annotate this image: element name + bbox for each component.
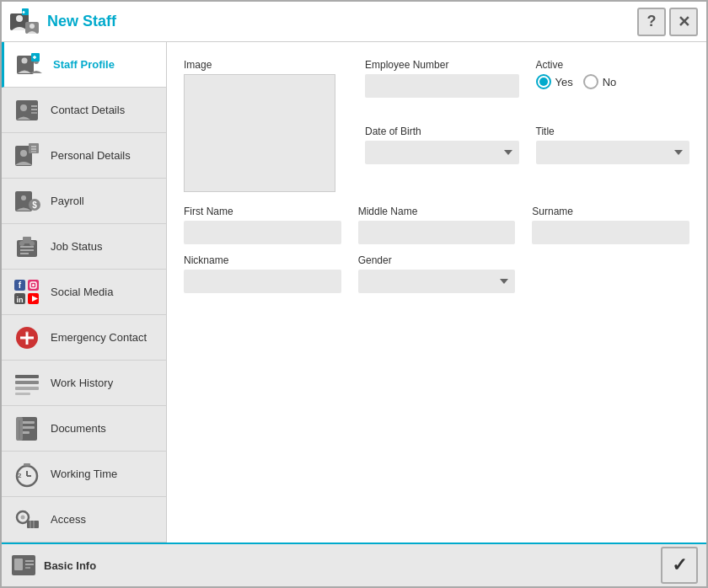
close-button[interactable]: ✕ [669, 8, 698, 36]
gender-select[interactable] [358, 270, 516, 293]
sidebar-item-contact-details[interactable]: Contact Details [2, 88, 166, 133]
svg-point-25 [21, 195, 26, 200]
middle-name-input[interactable] [358, 221, 516, 244]
active-radio-group: Yes No [536, 74, 690, 89]
dob-label: Date of Birth [365, 126, 519, 137]
svg-rect-61 [24, 463, 30, 466]
window-title: New Staff [47, 13, 634, 30]
emergency-contact-icon [12, 323, 42, 353]
title-bar: New Staff ? ✕ [2, 2, 706, 42]
svg-point-1 [16, 15, 23, 22]
sidebar-item-label: Access [51, 513, 86, 526]
gender-label: Gender [358, 254, 516, 266]
surname-label: Surname [532, 206, 689, 217]
payroll-icon: $ [12, 186, 42, 216]
svg-point-67 [21, 515, 25, 519]
sidebar-item-emergency-contact[interactable]: Emergency Contact [2, 315, 166, 361]
sidebar-item-work-history[interactable]: Work History [2, 361, 166, 406]
sidebar-item-staff-profile[interactable]: Staff Profile [2, 42, 166, 88]
sidebar-item-label: Payroll [51, 195, 84, 207]
job-status-icon [12, 232, 42, 262]
svg-point-33 [19, 241, 24, 246]
sidebar-item-label: Contact Details [51, 104, 125, 116]
app-icon [10, 7, 40, 37]
svg-rect-48 [15, 375, 39, 378]
bottom-bar-label: Basic Info [44, 559, 96, 572]
dob-select[interactable] [365, 141, 519, 164]
sidebar-item-payroll[interactable]: $ Payroll [2, 179, 166, 224]
svg-point-8 [22, 57, 28, 63]
image-field-group: Image [184, 59, 348, 192]
employee-number-label: Employee Number [365, 59, 519, 71]
sidebar-item-personal-details[interactable]: Personal Details [2, 133, 166, 179]
checkmark-icon: ✓ [672, 554, 687, 576]
yes-radio-label: Yes [555, 76, 573, 88]
no-radio-label: No [603, 76, 617, 88]
sidebar-item-label: Documents [51, 422, 106, 435]
svg-rect-64 [27, 521, 39, 528]
staff-profile-icon [14, 50, 45, 80]
confirm-button[interactable]: ✓ [661, 547, 698, 584]
title-field-group: Title [536, 126, 690, 192]
nickname-label: Nickname [184, 254, 341, 266]
bottom-left: Basic Info [10, 552, 96, 579]
contact-details-icon [12, 95, 42, 126]
name-section: First Name Middle Name Surname Nickname [184, 206, 689, 293]
first-name-field-group: First Name [184, 206, 341, 244]
gender-field-group: Gender [358, 254, 516, 293]
svg-point-39 [32, 284, 35, 286]
yes-radio-circle [536, 74, 551, 89]
personal-details-icon [12, 141, 42, 171]
sidebar-item-documents[interactable]: Documents [2, 406, 166, 452]
image-upload-box[interactable] [184, 74, 335, 192]
first-name-input[interactable] [184, 221, 341, 244]
nickname-field-group: Nickname [184, 254, 341, 293]
help-button[interactable]: ? [637, 8, 666, 36]
surname-input[interactable] [532, 221, 689, 244]
sidebar-item-label: Social Media [51, 286, 113, 298]
sidebar-item-label: Work History [51, 377, 113, 389]
sidebar-item-label: Emergency Contact [51, 331, 147, 344]
svg-text:$: $ [32, 200, 37, 210]
svg-rect-51 [15, 393, 30, 395]
active-label: Active [536, 59, 690, 71]
top-section: Image Employee Number Active Yes [184, 59, 689, 192]
nickname-input[interactable] [184, 270, 341, 293]
main-area: Staff Profile Contact Details [2, 42, 706, 543]
documents-icon [12, 414, 42, 444]
active-field-group: Active Yes No [536, 59, 690, 126]
sidebar-item-job-status[interactable]: Job Status [2, 224, 166, 270]
svg-rect-69 [14, 559, 23, 570]
middle-name-field-group: Middle Name [358, 206, 516, 244]
svg-rect-50 [15, 387, 39, 390]
svg-point-19 [20, 150, 27, 157]
basic-info-icon [10, 552, 37, 579]
work-history-icon [12, 368, 42, 398]
sidebar: Staff Profile Contact Details [2, 42, 167, 543]
sidebar-item-social-media[interactable]: f in Social Media [2, 270, 166, 315]
no-radio-circle [583, 74, 598, 89]
svg-text:in: in [17, 296, 24, 304]
svg-point-3 [30, 24, 35, 29]
svg-text:2: 2 [18, 472, 22, 479]
dob-field-group: Date of Birth [365, 126, 519, 192]
sidebar-item-label: Working Time [51, 468, 117, 480]
social-media-icon: f in [12, 277, 42, 307]
working-time-icon: 2 [12, 459, 42, 489]
first-name-label: First Name [184, 206, 341, 217]
title-label: Title [536, 126, 690, 137]
employee-number-input[interactable] [365, 74, 519, 98]
svg-point-14 [20, 104, 27, 111]
employee-number-field-group: Employee Number [365, 59, 519, 126]
middle-name-label: Middle Name [358, 206, 516, 217]
access-icon [12, 505, 42, 535]
title-select[interactable] [536, 141, 690, 164]
svg-rect-49 [15, 381, 39, 384]
surname-field-group: Surname [532, 206, 689, 244]
sidebar-item-working-time[interactable]: 2 Working Time [2, 452, 166, 497]
active-yes-option[interactable]: Yes [536, 74, 573, 89]
bottom-bar: Basic Info ✓ [2, 543, 706, 586]
active-no-option[interactable]: No [583, 74, 617, 89]
sidebar-item-access[interactable]: Access [2, 497, 166, 543]
content-panel: Image Employee Number Active Yes [167, 42, 706, 543]
